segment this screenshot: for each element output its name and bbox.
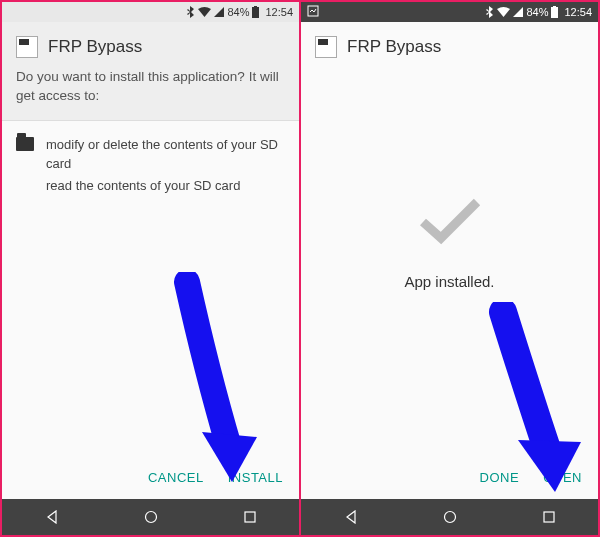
installed-screen: 84% 12:54 FRP Bypass App installed. DONE… [300, 2, 598, 535]
svg-point-7 [444, 512, 455, 523]
permissions-list: modify or delete the contents of your SD… [2, 121, 299, 456]
wifi-icon [198, 7, 211, 17]
navigation-bar [301, 499, 598, 535]
svg-rect-1 [254, 6, 257, 7]
battery-percent: 84% [526, 6, 548, 18]
app-title: FRP Bypass [347, 36, 441, 57]
bluetooth-icon [486, 6, 494, 18]
battery-percent: 84% [227, 6, 249, 18]
app-title: FRP Bypass [48, 36, 142, 57]
recents-button[interactable] [230, 507, 270, 527]
checkmark-icon [415, 194, 485, 253]
recents-button[interactable] [529, 507, 569, 527]
svg-rect-3 [245, 512, 255, 522]
app-icon [16, 36, 38, 58]
svg-rect-6 [553, 6, 556, 7]
clock-time: 12:54 [564, 6, 592, 18]
svg-rect-0 [252, 7, 259, 18]
status-bar: 84% 12:54 [2, 2, 299, 22]
installed-content: App installed. [301, 68, 598, 456]
install-button[interactable]: INSTALL [228, 470, 283, 485]
svg-rect-5 [551, 7, 558, 18]
installed-text: App installed. [404, 273, 494, 290]
signal-icon [513, 7, 523, 17]
back-button[interactable] [331, 507, 371, 527]
install-prompt-text: Do you want to install this application?… [2, 68, 299, 121]
status-bar: 84% 12:54 [301, 2, 598, 22]
wifi-icon [497, 7, 510, 17]
home-button[interactable] [430, 507, 470, 527]
permission-text: modify or delete the contents of your SD… [46, 135, 285, 174]
navigation-bar [2, 499, 299, 535]
done-button[interactable]: DONE [480, 470, 520, 485]
battery-icon [252, 6, 259, 18]
clock-time: 12:54 [265, 6, 293, 18]
battery-icon [551, 6, 558, 18]
svg-rect-8 [544, 512, 554, 522]
home-button[interactable] [131, 507, 171, 527]
install-prompt-screen: 84% 12:54 FRP Bypass Do you want to inst… [2, 2, 300, 535]
action-bar: DONE OPEN [301, 456, 598, 499]
install-header: FRP Bypass [2, 22, 299, 68]
screenshot-icon [307, 5, 319, 19]
permission-text: read the contents of your SD card [46, 176, 285, 196]
installed-header: FRP Bypass [301, 22, 598, 68]
action-bar: CANCEL INSTALL [2, 456, 299, 499]
folder-icon [16, 137, 34, 151]
cancel-button[interactable]: CANCEL [148, 470, 204, 485]
permission-item: modify or delete the contents of your SD… [16, 135, 285, 198]
app-icon [315, 36, 337, 58]
svg-point-2 [145, 512, 156, 523]
back-button[interactable] [32, 507, 72, 527]
open-button[interactable]: OPEN [543, 470, 582, 485]
bluetooth-icon [187, 6, 195, 18]
signal-icon [214, 7, 224, 17]
